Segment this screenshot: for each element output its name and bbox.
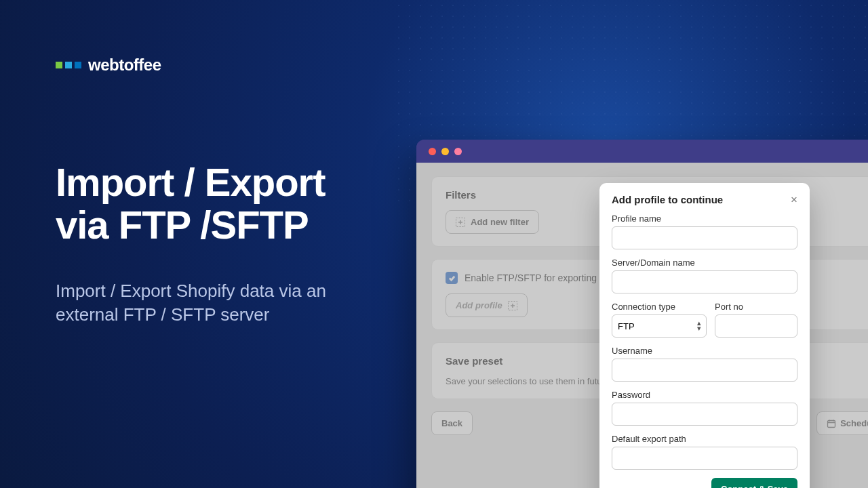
connect-save-button[interactable]: Connect & Save — [711, 478, 797, 488]
profile-name-field[interactable] — [612, 226, 797, 249]
hero-title-line2: via FTP /SFTP — [56, 203, 309, 247]
export-path-field[interactable] — [612, 447, 797, 470]
username-label: Username — [612, 346, 797, 356]
close-dot-icon[interactable] — [429, 148, 436, 155]
window-controls — [416, 140, 868, 163]
connection-type-label: Connection type — [612, 302, 707, 312]
profile-name-label: Profile name — [612, 214, 797, 224]
modal-title: Add profile to continue — [612, 194, 723, 205]
export-path-label: Default export path — [612, 434, 797, 444]
server-name-field[interactable] — [612, 270, 797, 293]
logo-text: webtoffee — [88, 56, 161, 75]
app-window: Filters Add new filter Enable FTP/SFTP f… — [416, 140, 868, 488]
server-name-label: Server/Domain name — [612, 258, 797, 268]
port-no-label: Port no — [715, 302, 797, 312]
close-icon[interactable]: × — [791, 194, 797, 205]
port-no-field[interactable] — [715, 314, 797, 338]
maximize-dot-icon[interactable] — [454, 148, 462, 155]
connect-save-label: Connect & Save — [721, 484, 788, 488]
logo-mark — [56, 62, 81, 68]
hero-title: Import / Export via FTP /SFTP — [56, 161, 325, 246]
username-field[interactable] — [612, 359, 797, 382]
connection-type-select[interactable]: FTP — [612, 314, 707, 338]
hero-subtitle: Import / Export Shopify data via an exte… — [56, 279, 374, 327]
add-profile-modal: Add profile to continue × Profile name S… — [599, 183, 810, 488]
hero-title-line1: Import / Export — [56, 160, 325, 204]
app-body: Filters Add new filter Enable FTP/SFTP f… — [416, 163, 868, 488]
password-field[interactable] — [612, 403, 797, 426]
minimize-dot-icon[interactable] — [441, 148, 449, 155]
logo: webtoffee — [56, 56, 161, 75]
password-label: Password — [612, 390, 797, 400]
